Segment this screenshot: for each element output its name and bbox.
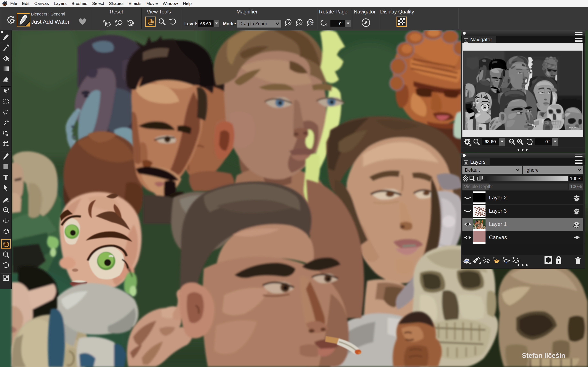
svg-text:100: 100 [308,21,313,24]
